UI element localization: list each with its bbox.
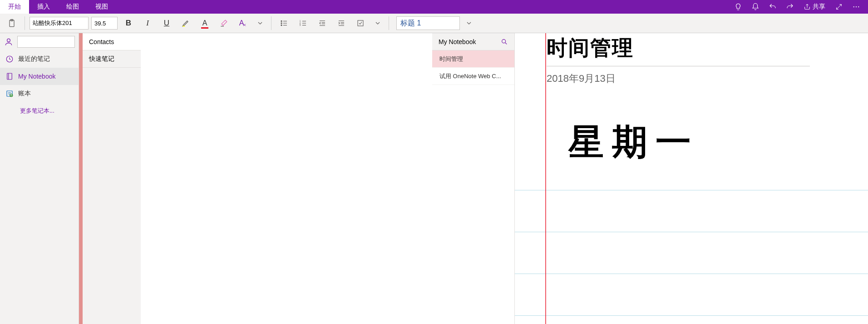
page-item-onenote-web[interactable]: 试用 OneNote Web C... [432,68,514,85]
svg-rect-5 [182,26,185,27]
main: 最近的笔记 My Notebook 账本 更多笔记本... Contacts 快… [0,33,868,324]
svg-rect-26 [358,20,363,26]
highlight-button[interactable] [178,15,194,31]
nav-search-input[interactable] [17,36,75,48]
pages-header: My Notebook [432,33,514,50]
paste-button[interactable] [4,15,20,31]
section-quicknotes[interactable]: 快速笔记 [83,50,141,68]
navpane: 最近的笔记 My Notebook 账本 更多笔记本... [0,33,79,324]
nav-recent[interactable]: 最近的笔记 [0,50,79,68]
svg-point-6 [281,20,282,21]
page-date[interactable]: 2018年9月13日 [547,72,868,85]
pages-pane: My Notebook 时间管理 试用 OneNote Web C... [432,33,515,324]
font-more-dropdown[interactable] [254,16,266,30]
svg-point-27 [7,39,10,42]
svg-point-8 [281,23,282,24]
style-more-dropdown[interactable] [463,16,475,30]
content-heading[interactable]: 星期一 [568,119,699,166]
clock-icon [5,55,14,63]
title-rule [547,66,810,66]
svg-point-33 [502,39,506,43]
font-size-input[interactable] [91,17,118,30]
format-painter-button[interactable]: A [235,15,251,31]
clear-format-button[interactable] [216,15,232,31]
nav-ledger-label: 账本 [18,90,31,98]
tab-insert[interactable]: 插入 [29,0,58,14]
notebook-icon [5,72,14,80]
font-color-button[interactable]: A [197,15,213,31]
bell-icon[interactable] [749,0,762,14]
navpane-header [0,33,79,50]
style-selector[interactable]: 标题 1 [396,16,460,30]
undo-icon[interactable] [766,0,779,14]
svg-line-34 [505,43,507,44]
bold-button[interactable]: B [120,15,137,31]
ribbon-tabs: 开始 插入 绘图 视图 [0,0,116,14]
user-icon[interactable] [4,37,14,47]
titlebar-actions: 共享 [726,0,868,14]
bullets-button[interactable] [276,15,292,31]
todo-tag-button[interactable] [352,15,369,31]
svg-point-1 [856,6,857,7]
font-name-input[interactable] [30,17,89,30]
tab-home[interactable]: 开始 [0,0,29,14]
svg-point-2 [858,6,859,7]
italic-button[interactable]: I [139,15,156,31]
indent-button[interactable] [333,15,350,31]
more-notebooks-link[interactable]: 更多笔记本... [0,102,79,115]
fullscreen-icon[interactable] [833,0,845,14]
page-title[interactable]: 时间管理 [547,33,868,62]
tab-draw[interactable]: 绘图 [58,0,87,14]
lightbulb-icon[interactable] [732,0,745,14]
underline-button[interactable]: U [158,15,175,31]
section-color-strip [79,33,83,324]
svg-text:3: 3 [300,24,301,26]
redo-icon[interactable] [784,0,796,14]
nav-recent-label: 最近的笔记 [18,55,50,63]
notebook-title: My Notebook [439,38,476,45]
share-label: 共享 [813,3,825,11]
nav-ledger[interactable]: 账本 [0,85,79,102]
search-icon[interactable] [501,38,508,45]
titlebar: 开始 插入 绘图 视图 共享 [0,0,868,14]
page-item-time-mgmt[interactable]: 时间管理 [432,50,514,68]
svg-point-0 [853,6,854,7]
paragraph-more-dropdown[interactable] [371,16,384,30]
canvas[interactable]: 时间管理 2018年9月13日 星期一 [515,33,868,324]
tab-view[interactable]: 视图 [87,0,116,14]
nav-notebook[interactable]: My Notebook [0,68,79,85]
ribbon: B I U A A 123 标题 1 [0,14,868,33]
svg-point-10 [281,25,282,25]
nav-notebook-label: My Notebook [18,73,55,80]
more-icon[interactable] [850,0,863,14]
ledger-icon [5,90,14,98]
outdent-button[interactable] [314,15,330,31]
share-button[interactable]: 共享 [801,3,828,11]
margin-line [545,33,546,324]
svg-rect-29 [7,73,12,80]
sections-pane: Contacts 快速笔记 [79,33,432,324]
section-contacts[interactable]: Contacts [83,33,141,50]
numbering-button[interactable]: 123 [295,15,311,31]
